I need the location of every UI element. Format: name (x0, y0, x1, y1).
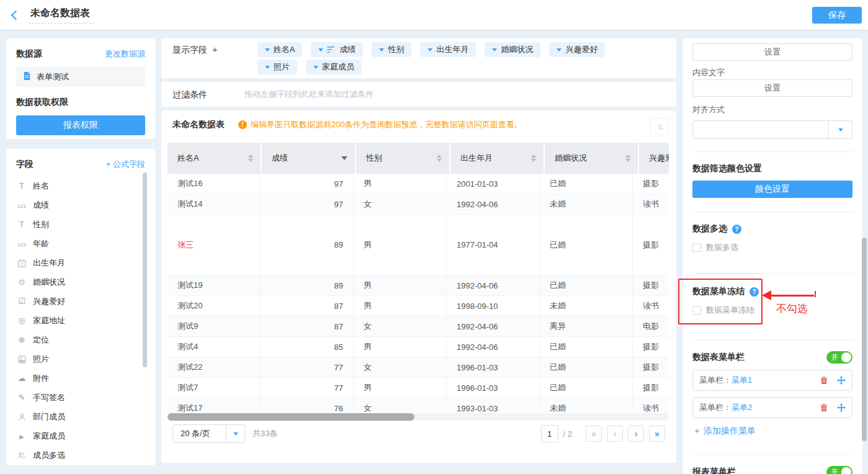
column-header[interactable]: 姓名A (168, 143, 261, 174)
table-row[interactable]: 测试987女1992-04-06离异电影 (168, 316, 669, 337)
page-number-input[interactable] (541, 425, 558, 442)
filter-dropzone[interactable]: 拖动左侧字段到此处来添加过滤条件 (244, 89, 374, 100)
field-item[interactable]: T 姓名 (16, 176, 145, 195)
move-icon[interactable] (837, 376, 846, 385)
table-row[interactable]: 测试1776女1993-01-03未婚读书 (168, 398, 669, 413)
table-cell: 读书 (633, 296, 669, 316)
add-action-menu-link[interactable]: ＋ 添加操作菜单 (692, 426, 756, 437)
add-formula-field-link[interactable]: + 公式字段 (106, 159, 145, 170)
field-item[interactable]: ✎ 手写签名 (16, 388, 145, 407)
table-row[interactable]: 测试2277女1996-01-03已婚摄影 (168, 357, 669, 378)
last-page-button[interactable]: » (649, 426, 665, 442)
table-menu-toggle[interactable]: 开 (826, 351, 852, 364)
table-cell: 1992-04-06 (447, 337, 540, 357)
column-header[interactable]: 成绩 (262, 143, 355, 174)
column-header[interactable]: 性别 (356, 143, 449, 174)
field-item[interactable]: 成员多选 (16, 445, 145, 465)
menu-freeze-checkbox[interactable]: 数据菜单冻结 (692, 305, 852, 316)
field-item[interactable]: ◎ 家庭地址 (16, 311, 145, 330)
display-field-chip[interactable]: 成绩 (311, 42, 363, 57)
delete-icon[interactable] (820, 376, 828, 385)
menu-name-link[interactable]: 菜单1 (732, 375, 752, 386)
sort-icon[interactable] (437, 154, 442, 162)
column-header[interactable]: 婚姻状况 (545, 143, 638, 174)
back-icon[interactable] (11, 10, 21, 20)
display-field-chip[interactable]: 兴趣爱好 (549, 42, 605, 57)
display-field-chip[interactable]: 家庭成员 (306, 60, 362, 74)
change-datasource-link[interactable]: 更改数据源 (105, 48, 145, 60)
table-cell: 男 (354, 275, 447, 295)
horizontal-scrollbar[interactable] (168, 413, 414, 421)
permission-title: 数据获取权限 (16, 97, 145, 108)
help-icon[interactable]: ? (749, 287, 759, 297)
field-item[interactable]: T 性别 (16, 215, 145, 234)
content-text-settings-button[interactable]: 设置 (692, 79, 852, 97)
first-page-button[interactable]: « (586, 426, 602, 442)
table-row[interactable]: 测试1497女1992-04-06未婚读书 (168, 194, 669, 215)
display-field-chip[interactable]: 出生年月 (420, 42, 476, 57)
column-header[interactable]: 出生年月 (450, 143, 544, 174)
table-row[interactable]: 测试777男1996-01-03已婚摄影 (168, 378, 669, 398)
header-text-settings-button[interactable]: 设置 (692, 43, 852, 61)
sort-desc-icon[interactable] (341, 156, 347, 160)
menu-bar-item[interactable]: 菜单栏： 菜单2 (692, 397, 852, 418)
field-item[interactable]: 123 成绩 (16, 195, 145, 215)
column-header[interactable]: 兴趣爱好 (639, 143, 669, 174)
sort-icon[interactable] (248, 154, 253, 162)
menu-bar-item[interactable]: 菜单栏： 菜单1 (692, 370, 852, 391)
next-page-button[interactable]: › (628, 426, 644, 442)
help-icon[interactable]: ? (732, 225, 741, 234)
table-row[interactable]: 测试1697男2001-01-03已婚摄影 (168, 174, 669, 194)
field-item[interactable]: ▶ 家庭成员 (16, 426, 145, 445)
table-cell: 测试20 (168, 296, 261, 316)
table-cell: 87 (261, 296, 354, 316)
table-row[interactable]: 测试485男1992-04-06已婚摄影 (168, 337, 669, 357)
multi-select-checkbox[interactable]: 数据多选 (692, 242, 852, 253)
page-scrollbar[interactable] (862, 238, 867, 441)
table-row[interactable]: 张三89男1977-01-04已婚摄影 (168, 215, 669, 275)
display-field-chip[interactable]: 照片 (257, 60, 297, 74)
display-field-chip[interactable]: 姓名A (257, 42, 303, 57)
table-cell: 读书 (633, 398, 669, 413)
align-select[interactable] (692, 120, 852, 139)
field-item[interactable]: 123 年龄 (16, 234, 145, 253)
prev-page-button[interactable]: ‹ (607, 426, 623, 442)
table-cell: 张三 (168, 215, 261, 275)
delete-icon[interactable] (820, 403, 828, 412)
sort-icon[interactable] (625, 154, 630, 162)
sort-icon[interactable] (531, 154, 536, 162)
table-row[interactable]: 测试1989男1992-04-06已婚摄影 (168, 275, 669, 296)
page-title[interactable]: 未命名数据表 (29, 7, 94, 24)
chevron-down-icon (427, 48, 432, 51)
field-item[interactable]: 部门成员 (16, 407, 145, 426)
app-root: 未命名数据表 保存 数据源 更改数据源 表单测试 数据获取权限 报表权限 字段 … (0, 0, 868, 474)
total-count: 共33条 (253, 428, 277, 439)
field-item[interactable]: ☁ 附件 (16, 369, 145, 388)
svg-text:7: 7 (20, 262, 23, 266)
move-icon[interactable] (837, 403, 846, 412)
checkbox-icon[interactable] (692, 306, 701, 315)
sort-order-icon[interactable]: ↑↓ (650, 118, 669, 135)
member-icon (16, 412, 27, 421)
field-item[interactable]: ☑ 兴趣爱好 (16, 292, 145, 311)
field-item[interactable]: 照片 (16, 349, 145, 369)
table-cell: 电影 (633, 316, 669, 336)
datasource-item[interactable]: 表单测试 (16, 67, 145, 87)
report-menu-toggle[interactable]: 开 (826, 466, 852, 474)
table-row[interactable]: 测试2087男1998-09-10未婚读书 (168, 296, 669, 316)
menu-name-link[interactable]: 菜单2 (732, 402, 752, 413)
fields-scrollbar[interactable] (143, 172, 147, 367)
table-panel: 未命名数据表 ! 编辑界面只取数据源前200条作为查询数据预览，完整数据请访问页… (161, 110, 676, 463)
field-item[interactable]: 7 出生年月 (16, 253, 145, 272)
add-display-field-icon[interactable]: + (212, 42, 218, 74)
save-button[interactable]: 保存 (812, 7, 862, 24)
display-field-chip[interactable]: 婚姻状况 (485, 42, 540, 57)
field-item[interactable]: ⊕ 定位 (16, 330, 145, 349)
checkbox-icon[interactable] (692, 243, 701, 252)
annotation-arrow-icon (762, 290, 771, 300)
display-field-chip[interactable]: 性别 (372, 42, 411, 57)
color-settings-button[interactable]: 颜色设置 (692, 181, 852, 198)
report-permission-button[interactable]: 报表权限 (16, 115, 145, 135)
field-item[interactable]: ⊙ 婚姻状况 (16, 272, 145, 292)
page-size-select[interactable]: 20 条/页 (172, 424, 245, 443)
